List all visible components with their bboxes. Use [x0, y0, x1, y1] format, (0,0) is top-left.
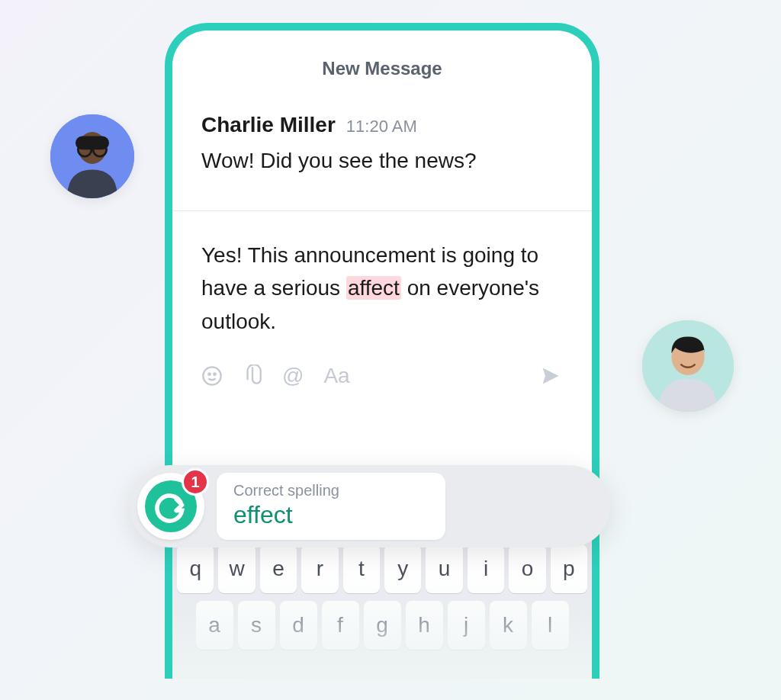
keyboard-key[interactable]: j	[448, 601, 485, 650]
svg-point-9	[208, 373, 210, 374]
keyboard-key[interactable]: i	[468, 544, 504, 593]
svg-rect-2	[76, 136, 109, 150]
keyboard-key[interactable]: f	[322, 601, 359, 650]
keyboard-key[interactable]: w	[218, 544, 255, 593]
attachment-icon[interactable]	[243, 364, 262, 387]
send-icon[interactable]	[538, 365, 563, 387]
suggestion-label: Correct spelling	[233, 482, 429, 499]
keyboard-key[interactable]: y	[384, 544, 421, 593]
phone-frame: New Message Charlie Miller 11:20 AM Wow!…	[165, 23, 599, 679]
flagged-word[interactable]: affect	[346, 276, 401, 300]
on-screen-keyboard[interactable]: qwertyuiop asdfghjkl	[172, 534, 592, 679]
svg-point-10	[214, 373, 215, 374]
keyboard-key[interactable]: t	[343, 544, 380, 593]
compose-toolbar: @ Aa	[201, 364, 563, 388]
emoji-icon[interactable]	[201, 365, 223, 387]
message-timestamp: 11:20 AM	[346, 117, 417, 136]
keyboard-key[interactable]: p	[551, 544, 587, 593]
suggestion-count-badge: 1	[182, 468, 209, 496]
keyboard-key[interactable]: u	[426, 544, 462, 593]
keyboard-key[interactable]: k	[490, 601, 527, 650]
keyboard-key[interactable]: e	[260, 544, 297, 593]
compose-input[interactable]: Yes! This announcement is going to have …	[201, 239, 563, 338]
keyboard-key[interactable]: s	[238, 601, 275, 650]
svg-point-8	[203, 367, 220, 384]
text-format-icon[interactable]: Aa	[323, 364, 349, 388]
chat-body: Charlie Miller 11:20 AM Wow! Did you see…	[172, 113, 592, 388]
keyboard-key[interactable]: a	[196, 601, 233, 650]
avatar	[50, 114, 134, 198]
grammarly-badge[interactable]: 1	[137, 473, 204, 540]
keyboard-key[interactable]: l	[532, 601, 569, 650]
keyboard-key[interactable]: d	[280, 601, 317, 650]
keyboard-key[interactable]: o	[509, 544, 545, 593]
suggestion-card[interactable]: Correct spelling effect	[217, 473, 445, 540]
suggestion-pill[interactable]: 1 Correct spelling effect	[130, 465, 610, 547]
keyboard-key[interactable]: h	[406, 601, 443, 650]
avatar	[642, 320, 734, 412]
keyboard-key[interactable]: r	[301, 544, 338, 593]
mention-icon[interactable]: @	[282, 364, 304, 388]
message-header: Charlie Miller 11:20 AM	[201, 113, 563, 137]
divider	[172, 210, 592, 211]
suggestion-replacement: effect	[233, 501, 429, 529]
keyboard-key[interactable]: q	[177, 544, 214, 593]
incoming-message-text: Wow! Did you see the news?	[201, 146, 563, 175]
screen-title: New Message	[172, 31, 592, 113]
keyboard-key[interactable]: g	[364, 601, 401, 650]
sender-name: Charlie Miller	[201, 113, 336, 137]
